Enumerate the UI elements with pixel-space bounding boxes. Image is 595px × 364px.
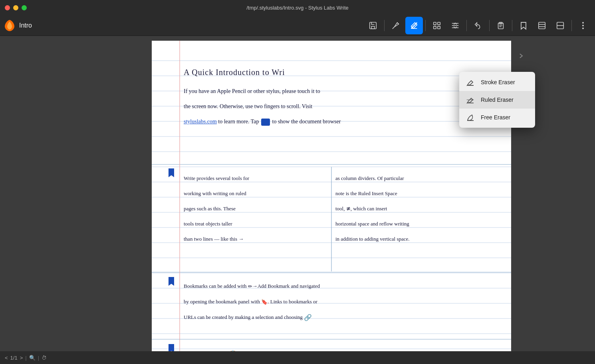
clipboard-button[interactable]	[492, 17, 510, 34]
eraser-button[interactable]	[405, 17, 423, 34]
toolbar: Intro	[0, 15, 595, 36]
section2-left: Write provides several tools for working…	[184, 171, 327, 247]
svg-rect-7	[438, 26, 440, 28]
stroke-eraser-label: Stroke Eraser	[481, 79, 515, 85]
svg-rect-5	[438, 22, 440, 24]
ruled-eraser-icon	[465, 94, 476, 105]
svg-rect-6	[434, 26, 436, 28]
close-button[interactable]	[5, 5, 10, 10]
ruled-eraser-option[interactable]: Ruled Eraser	[459, 91, 535, 109]
app-title: Intro	[19, 22, 32, 29]
page: A Quick Introduction to Wri If you have …	[152, 41, 511, 364]
ruled-eraser-label: Ruled Eraser	[481, 97, 514, 103]
page-title-text: A Quick Introduction to Wri	[184, 68, 503, 77]
more-button[interactable]	[574, 17, 592, 34]
minimize-button[interactable]	[13, 5, 18, 10]
free-eraser-icon	[465, 112, 476, 123]
bottombar: < 1/1 > | 🔍 | ⏱	[0, 351, 595, 364]
free-eraser-option[interactable]: Free Eraser	[459, 109, 535, 126]
insert-space-button[interactable]	[446, 17, 464, 34]
toolbar-left: Intro	[3, 19, 32, 32]
stroke-eraser-option[interactable]: Stroke Eraser	[459, 73, 535, 91]
stroke-eraser-icon	[465, 77, 476, 88]
bookmark-button[interactable]	[515, 17, 532, 34]
grid-button[interactable]	[428, 17, 446, 34]
nav-separator: |	[25, 355, 26, 361]
separator6	[571, 20, 572, 31]
separator4	[489, 20, 490, 31]
main-content: A Quick Introduction to Wri If you have …	[0, 36, 595, 364]
section2-right: as column dividers. Of particular note i…	[335, 171, 503, 247]
separator3	[466, 20, 467, 31]
svg-point-21	[582, 25, 584, 26]
search-button[interactable]: 🔍	[29, 355, 36, 361]
save-button[interactable]	[364, 17, 382, 34]
svg-point-22	[582, 28, 584, 29]
page-nav: < 1/1 > | 🔍 | ⏱	[5, 355, 47, 361]
eraser-dropdown: Stroke Eraser Ruled Eraser	[459, 72, 535, 128]
separator	[384, 20, 385, 31]
history-button[interactable]: ⏱	[42, 355, 47, 361]
sidebar-left	[0, 36, 88, 364]
bookmark-2	[169, 168, 174, 177]
app-icon	[3, 19, 16, 32]
pen-button[interactable]	[387, 17, 405, 34]
window-title: /tmp/.styluslabs/Intro.svg - Stylus Labs…	[246, 5, 349, 11]
svg-rect-0	[370, 22, 377, 29]
chevron-right-button[interactable]	[514, 49, 528, 63]
svg-point-20	[582, 22, 584, 24]
bookmark-3	[169, 277, 174, 286]
toolbar-right	[364, 17, 592, 34]
svg-line-2	[397, 22, 399, 24]
nav-separator2: |	[38, 355, 39, 361]
maximize-button[interactable]	[22, 5, 27, 10]
page-next-button[interactable]: >	[20, 355, 23, 361]
titlebar: /tmp/.styluslabs/Intro.svg - Stylus Labs…	[0, 0, 595, 15]
separator5	[512, 20, 512, 31]
panel-button[interactable]	[533, 17, 551, 34]
canvas-area[interactable]: A Quick Introduction to Wri If you have …	[88, 36, 595, 364]
split-button[interactable]	[551, 17, 569, 34]
free-eraser-label: Free Eraser	[481, 114, 510, 121]
svg-rect-1	[371, 26, 374, 28]
section1-text: If you have an Apple Pencil or other sty…	[184, 84, 503, 129]
page-prev-button[interactable]: <	[5, 355, 8, 361]
window-controls	[5, 5, 27, 10]
section3-text: Bookmarks can be added with ✏→Add Bookma…	[184, 279, 503, 325]
page-info: 1/1	[10, 355, 18, 361]
undo-button[interactable]	[469, 17, 487, 34]
svg-rect-4	[434, 22, 436, 24]
separator2	[425, 20, 426, 31]
svg-rect-15	[539, 22, 545, 29]
